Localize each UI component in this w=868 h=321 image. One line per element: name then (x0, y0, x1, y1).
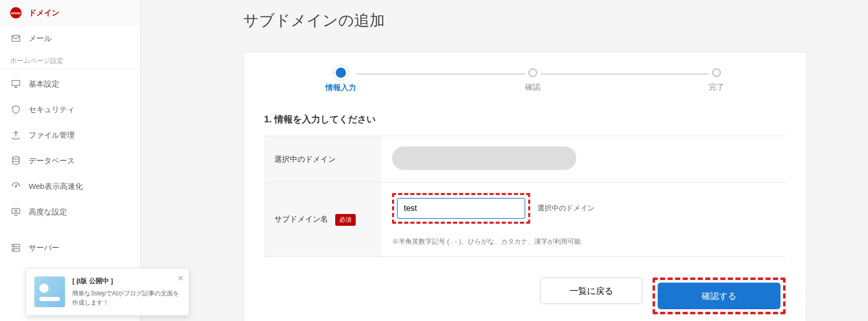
svg-rect-4 (12, 208, 20, 213)
svg-point-8 (13, 245, 14, 246)
input-hint: ※半角英数字記号 ( . - )、ひらがな、カタカナ、漢字が利用可能 (392, 237, 775, 246)
shield-icon (10, 104, 21, 115)
input-highlight (392, 193, 530, 224)
step-label: 完了 (709, 82, 724, 92)
svg-rect-1 (12, 80, 20, 85)
step-dot-icon (528, 68, 537, 77)
confirm-highlight: 確認する (653, 277, 786, 314)
sidebar: www ドメイン メール ホームページ設定 基本設定 セキュリティ (0, 0, 141, 321)
row-label: サブドメイン名 必須 (264, 183, 382, 257)
row-selected-domain: 選択中のドメイン (264, 136, 786, 183)
section-heading: 1. 情報を入力してください (264, 113, 786, 125)
sidebar-item-files[interactable]: ファイル管理 (0, 122, 140, 148)
gauge-icon (10, 181, 21, 192)
sidebar-item-security[interactable]: セキュリティ (0, 97, 140, 122)
sidebar-item-label: Web表示高速化 (29, 182, 83, 191)
svg-point-9 (13, 250, 14, 250)
upload-icon (10, 130, 21, 141)
svg-point-3 (15, 186, 17, 187)
sidebar-item-server[interactable]: サーバー (0, 235, 140, 261)
svg-point-5 (15, 210, 17, 212)
www-icon: www (10, 7, 21, 18)
svg-point-2 (12, 157, 19, 159)
step-dot-icon (336, 68, 346, 78)
page-title: サブドメインの追加 (243, 10, 807, 31)
mail-icon (10, 33, 21, 44)
stepper: 情報入力 確認 完了 (264, 68, 786, 93)
sidebar-section-label: ホームページ設定 (0, 51, 140, 69)
promo-image (34, 276, 65, 307)
database-icon (10, 155, 21, 166)
step-confirm: 確認 (525, 68, 540, 92)
sidebar-item-label: 高度な設定 (29, 207, 67, 217)
selected-domain-value (392, 146, 576, 170)
sidebar-item-database[interactable]: データベース (0, 148, 140, 174)
step-line (356, 73, 525, 75)
sidebar-item-mail[interactable]: メール (0, 26, 140, 51)
sidebar-item-label: データベース (29, 156, 75, 166)
back-button[interactable]: 一覧に戻る (540, 277, 642, 304)
sidebar-item-label: メール (29, 34, 52, 44)
confirm-button[interactable]: 確認する (658, 283, 780, 309)
sidebar-item-speed[interactable]: Web表示高速化 (0, 174, 140, 199)
step-label: 確認 (525, 82, 540, 92)
domain-suffix-label: 選択中のドメイン (537, 204, 595, 213)
sidebar-item-advanced[interactable]: 高度な設定 (0, 199, 140, 225)
sidebar-item-basic[interactable]: 基本設定 (0, 71, 140, 97)
form-actions: 一覧に戻る 確認する (264, 277, 786, 314)
form-card: 情報入力 確認 完了 1. 情報を入力してください 選択中のドメイン (243, 52, 807, 321)
form-table: 選択中のドメイン サブドメイン名 必須 (264, 136, 786, 257)
sidebar-item-domain[interactable]: www ドメイン (0, 0, 140, 26)
sidebar-item-label: ファイル管理 (29, 131, 75, 140)
sidebar-item-label: セキュリティ (29, 105, 75, 115)
subdomain-input[interactable] (397, 198, 525, 219)
step-label: 情報入力 (326, 83, 356, 93)
server-icon (10, 242, 21, 253)
row-subdomain: サブドメイン名 必須 選択中のドメイン ※半角英数字記号 ( . - )、ひらが… (264, 183, 786, 257)
main-content: サブドメインの追加 情報入力 確認 完了 1. 情報を入力してください (141, 0, 868, 321)
row-label: 選択中のドメイン (264, 136, 382, 183)
step-dot-icon (712, 68, 721, 77)
monitor-icon (10, 78, 21, 90)
required-badge: 必須 (335, 214, 356, 226)
sidebar-item-label: ドメイン (29, 8, 59, 18)
step-done: 完了 (709, 68, 724, 92)
step-line (540, 73, 709, 75)
settings-screen-icon (10, 206, 21, 218)
sidebar-item-label: 基本設定 (29, 79, 59, 89)
sidebar-item-label: サーバー (29, 243, 59, 253)
step-input: 情報入力 (326, 68, 356, 93)
